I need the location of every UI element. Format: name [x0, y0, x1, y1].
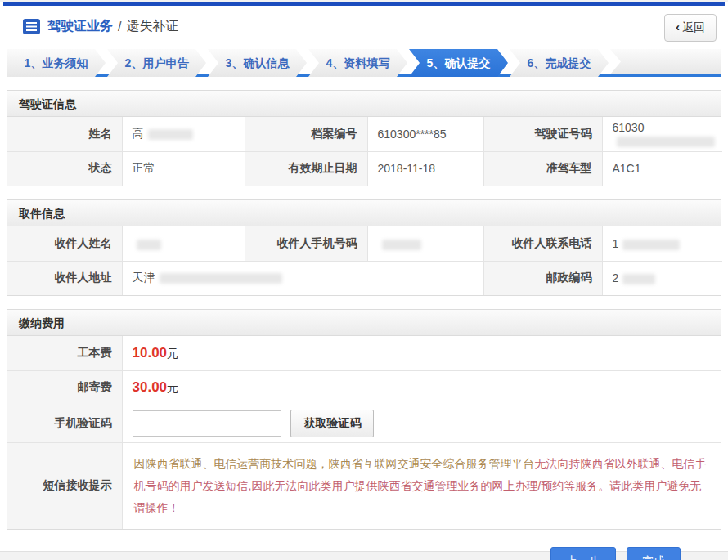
pickup-info-title: 取件信息 — [7, 200, 721, 226]
status-value: 正常 — [122, 151, 245, 186]
step-4-fill-materials: 4、资料填写 — [308, 49, 407, 77]
name-value-text: 高 — [133, 127, 144, 140]
chevron-left-icon: ‹ — [676, 20, 680, 34]
pickup-info-table: 收件人姓名 收件人手机号码 收件人联系电话 1 收件人地址 天津 邮政编码 2 — [7, 226, 722, 295]
table-row: 短信接收提示 因陕西省联通、电信运营商技术问题，陕西省互联网交通安全综合服务管理… — [7, 442, 721, 529]
recipient-address-value-text: 天津 — [133, 271, 155, 284]
table-row: 姓名 高 档案编号 610300****85 驾驶证号码 61030 — [7, 117, 722, 151]
table-row: 收件人姓名 收件人手机号码 收件人联系电话 1 — [7, 226, 722, 261]
step-3-confirm-info: 3、确认信息 — [208, 49, 307, 77]
step-2-user-declaration: 2、用户申告 — [107, 49, 206, 77]
recipient-phone-value-text: 1 — [613, 237, 619, 250]
payment-fees-section: 缴纳费用 工本费 10.00元 邮寄费 30.00元 手机验证码 获取验证码 短… — [7, 309, 721, 530]
redacted-blur — [382, 240, 421, 250]
step-bar-filler — [610, 49, 721, 74]
sms-notice-label: 短信接收提示 — [7, 442, 122, 529]
payment-fees-table: 工本费 10.00元 邮寄费 30.00元 手机验证码 获取验证码 短信接收提示… — [7, 336, 721, 529]
expiry-date-label: 有效期止日期 — [245, 151, 367, 186]
expiry-date-value: 2018-11-18 — [367, 151, 483, 186]
table-row: 收件人地址 天津 邮政编码 2 — [7, 261, 722, 295]
sms-notice-part1: 因陕西省联通、电信运营商技术问题，陕西省互联网交通安全综合服务管理平台 — [134, 457, 535, 470]
redacted-blur — [148, 129, 193, 140]
license-number-value: 61030 — [602, 117, 722, 151]
license-number-value-text: 61030 — [613, 121, 645, 134]
postage-fee-unit: 元 — [167, 381, 178, 394]
recipient-name-value — [122, 226, 245, 261]
name-value: 高 — [122, 117, 245, 151]
get-sms-code-button[interactable]: 获取验证码 — [290, 410, 374, 437]
table-row: 工本费 10.00元 — [7, 336, 721, 370]
breadcrumb-section: 驾驶证业务 — [47, 18, 113, 35]
vehicle-class-label: 准驾车型 — [483, 151, 602, 186]
recipient-address-value: 天津 — [122, 261, 483, 295]
sms-code-input[interactable] — [133, 410, 281, 437]
sms-code-cell: 获取验证码 — [122, 405, 721, 442]
step-wizard: 1、业务须知 2、用户申告 3、确认信息 4、资料填写 5、确认提交 6、完成提… — [7, 49, 721, 77]
back-button[interactable]: ‹返回 — [664, 14, 717, 42]
postage-fee-amount: 30.00 — [133, 379, 168, 395]
recipient-mobile-label: 收件人手机号码 — [245, 226, 367, 261]
recipient-mobile-value — [367, 226, 483, 261]
postal-code-value: 2 — [602, 261, 722, 295]
recipient-phone-value: 1 — [602, 226, 722, 261]
production-fee-value: 10.00元 — [122, 336, 721, 370]
postal-code-label: 邮政编码 — [483, 261, 602, 295]
postage-fee-value: 30.00元 — [122, 370, 721, 405]
back-button-label: 返回 — [682, 20, 705, 34]
status-label: 状态 — [7, 151, 122, 186]
postal-code-value-text: 2 — [613, 271, 619, 284]
redacted-blur — [622, 240, 680, 250]
table-row: 邮寄费 30.00元 — [7, 370, 721, 405]
production-fee-amount: 10.00 — [133, 345, 168, 361]
sms-code-label: 手机验证码 — [7, 405, 122, 442]
table-row: 状态 正常 有效期止日期 2018-11-18 准驾车型 A1C1 — [7, 151, 722, 186]
redacted-blur — [622, 274, 655, 284]
file-number-label: 档案编号 — [245, 117, 367, 151]
redacted-blur — [137, 240, 161, 250]
sms-notice-text: 因陕西省联通、电信运营商技术问题，陕西省互联网交通安全综合服务管理平台无法向持陕… — [122, 442, 721, 529]
recipient-address-label: 收件人地址 — [7, 261, 122, 295]
finish-button[interactable]: 完成 — [627, 547, 681, 560]
redacted-blur — [160, 273, 282, 284]
pickup-info-section: 取件信息 收件人姓名 收件人手机号码 收件人联系电话 1 收件人地址 天津 邮政… — [7, 199, 721, 296]
step-5-confirm-submit-active: 5、确认提交 — [409, 49, 508, 77]
breadcrumb-current: 遗失补证 — [126, 18, 178, 35]
file-number-value: 610300****85 — [367, 117, 483, 151]
license-number-label: 驾驶证号码 — [483, 117, 602, 151]
production-fee-unit: 元 — [167, 347, 178, 360]
footer-actions: 上一步 完成 — [7, 530, 721, 560]
postage-fee-label: 邮寄费 — [7, 370, 122, 405]
breadcrumb-separator: / — [118, 20, 121, 34]
license-info-title: 驾驶证信息 — [7, 91, 721, 117]
vehicle-class-value: A1C1 — [602, 151, 722, 186]
page-header: 驾驶证业务 / 遗失补证 ‹返回 — [7, 6, 721, 46]
step-6-complete-submit: 6、完成提交 — [510, 49, 609, 77]
recipient-phone-label: 收件人联系电话 — [483, 226, 602, 261]
step-1-business-notice: 1、业务须知 — [7, 49, 106, 77]
recipient-name-label: 收件人姓名 — [7, 226, 122, 261]
license-info-table: 姓名 高 档案编号 610300****85 驾驶证号码 61030 状态 正常… — [7, 117, 722, 186]
previous-step-button[interactable]: 上一步 — [550, 547, 616, 560]
license-info-section: 驾驶证信息 姓名 高 档案编号 610300****85 驾驶证号码 61030… — [7, 90, 721, 186]
payment-fees-title: 缴纳费用 — [7, 310, 721, 336]
production-fee-label: 工本费 — [7, 336, 122, 370]
name-label: 姓名 — [7, 117, 122, 151]
table-row: 手机验证码 获取验证码 — [7, 405, 721, 442]
redacted-blur — [617, 137, 715, 147]
license-business-list-icon — [23, 19, 40, 34]
page-container: 驾驶证业务 / 遗失补证 ‹返回 1、业务须知 2、用户申告 3、确认信息 4、… — [0, 2, 728, 552]
